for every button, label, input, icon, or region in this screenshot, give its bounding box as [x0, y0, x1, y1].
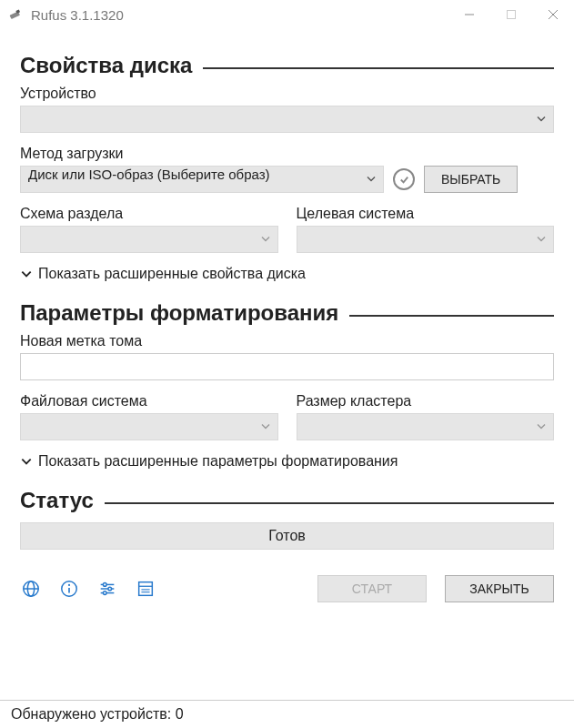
svg-point-17 [103, 592, 106, 595]
section-title-drive: Свойства диска [20, 53, 192, 78]
footer-status: Обнаружено устройств: 0 [0, 700, 574, 728]
expander-format-advanced[interactable]: Показать расширенные параметры форматиро… [20, 453, 554, 470]
expander-format-label: Показать расширенные параметры форматиро… [38, 453, 398, 470]
devices-found-text: Обнаружено устройств: 0 [11, 706, 184, 722]
select-iso-button[interactable]: ВЫБРАТЬ [424, 166, 518, 193]
status-text: Готов [268, 528, 306, 544]
close-app-button[interactable]: ЗАКРЫТЬ [445, 575, 554, 602]
expander-drive-label: Показать расширенные свойства диска [38, 266, 306, 282]
expander-drive-advanced[interactable]: Показать расширенные свойства диска [20, 266, 554, 282]
check-icon[interactable] [393, 168, 415, 190]
divider [349, 315, 554, 317]
svg-point-16 [108, 587, 112, 591]
section-format-options: Параметры форматирования [20, 300, 554, 326]
volume-label-input[interactable] [20, 353, 554, 380]
boot-selection-select[interactable]: Диск или ISO-образ (Выберите образ) [20, 166, 384, 193]
section-title-format: Параметры форматирования [20, 300, 338, 326]
settings-icon[interactable] [96, 578, 118, 600]
label-cluster-size: Размер кластера [297, 393, 555, 410]
close-button[interactable] [532, 0, 574, 29]
svg-point-11 [68, 584, 70, 586]
device-select[interactable] [20, 106, 554, 133]
target-system-select[interactable] [297, 226, 555, 253]
info-icon[interactable] [58, 578, 80, 600]
file-system-select[interactable] [20, 413, 278, 440]
section-status: Статус [20, 488, 554, 513]
label-target-system: Целевая система [297, 206, 555, 222]
window-title: Rufus 3.1.1320 [31, 7, 124, 23]
svg-rect-3 [508, 11, 516, 19]
divider [105, 502, 554, 504]
log-icon[interactable] [135, 578, 156, 600]
chevron-down-icon [20, 268, 33, 280]
svg-point-15 [103, 583, 106, 587]
start-button[interactable]: СТАРТ [317, 575, 427, 602]
app-icon [7, 6, 24, 23]
svg-rect-18 [139, 582, 153, 596]
content: Свойства диска Устройство Метод загрузки… [0, 29, 574, 700]
language-icon[interactable] [20, 578, 42, 600]
minimize-button[interactable] [448, 0, 490, 29]
label-file-system: Файловая система [20, 393, 278, 410]
partition-scheme-select[interactable] [20, 226, 278, 253]
bottom-toolbar: СТАРТ ЗАКРЫТЬ [20, 575, 554, 602]
maximize-button[interactable] [490, 0, 532, 29]
divider [203, 67, 554, 69]
section-drive-properties: Свойства диска [20, 53, 554, 78]
cluster-size-select[interactable] [297, 413, 555, 440]
label-boot-selection: Метод загрузки [20, 146, 554, 162]
chevron-down-icon [20, 455, 33, 468]
titlebar: Rufus 3.1.1320 [0, 0, 574, 29]
section-title-status: Статус [20, 488, 94, 513]
status-bar: Готов [20, 522, 554, 550]
label-partition-scheme: Схема раздела [20, 206, 278, 222]
label-volume: Новая метка тома [20, 333, 554, 349]
label-device: Устройство [20, 86, 554, 102]
